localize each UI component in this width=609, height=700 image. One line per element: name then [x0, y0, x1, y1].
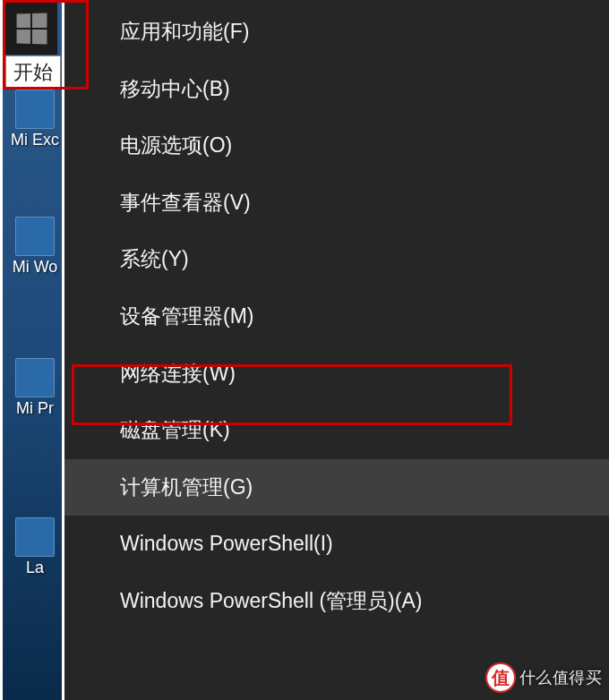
desktop-icon-thumb: [15, 217, 55, 256]
desktop-icon[interactable]: Mi Wo: [10, 217, 60, 277]
winx-context-menu: 应用和功能(F) 移动中心(B) 电源选项(O) 事件查看器(V) 系统(Y) …: [64, 0, 609, 700]
menu-item-label: Windows PowerShell (管理员)(A): [120, 589, 422, 612]
menu-item-label: 电源选项(O): [120, 133, 232, 157]
menu-item-power-options[interactable]: 电源选项(O): [64, 117, 609, 175]
menu-item-network-connections[interactable]: 网络连接(W): [64, 346, 609, 403]
menu-item-label: 设备管理器(M): [120, 304, 253, 328]
desktop-icon-label: Mi Wo: [13, 258, 58, 276]
desktop-background-strip: Mi Exc Mi Wo Mi Pr La: [0, 0, 64, 700]
start-tooltip: 开始: [5, 55, 61, 90]
menu-item-label: 移动中心(B): [120, 77, 230, 100]
menu-item-label: 计算机管理(G): [120, 475, 253, 499]
desktop-icon-label: Mi Pr: [16, 399, 54, 417]
menu-item-apps-features[interactable]: 应用和功能(F): [64, 4, 609, 61]
desktop-icon[interactable]: Mi Pr: [10, 358, 60, 418]
menu-item-label: 应用和功能(F): [120, 20, 249, 43]
menu-item-label: 事件查看器(V): [120, 191, 251, 214]
desktop-icon[interactable]: La: [10, 517, 60, 577]
menu-item-device-manager[interactable]: 设备管理器(M): [64, 288, 609, 346]
menu-item-label: Windows PowerShell(I): [120, 532, 333, 555]
windows-logo-icon: [17, 13, 47, 44]
menu-item-label: 系统(Y): [120, 247, 189, 270]
desktop-icon-label: Mi Exc: [11, 131, 59, 149]
desktop-icon[interactable]: Mi Exc: [10, 90, 60, 149]
menu-item-event-viewer[interactable]: 事件查看器(V): [64, 175, 609, 232]
watermark: 值 什么值得买: [485, 662, 603, 693]
desktop-icon-thumb: [15, 358, 55, 397]
desktop-icon-thumb: [15, 517, 55, 557]
menu-item-powershell[interactable]: Windows PowerShell(I): [64, 516, 609, 573]
menu-item-disk-management[interactable]: 磁盘管理(K): [64, 402, 609, 459]
menu-item-label: 网络连接(W): [120, 362, 236, 385]
watermark-badge-icon: 值: [485, 662, 516, 693]
menu-item-mobility-center[interactable]: 移动中心(B): [64, 61, 609, 118]
start-button[interactable]: [5, 3, 57, 55]
menu-item-label: 磁盘管理(K): [120, 418, 230, 441]
menu-item-system[interactable]: 系统(Y): [64, 231, 609, 288]
desktop-icon-label: La: [26, 559, 44, 576]
desktop-icon-thumb: [15, 90, 55, 129]
menu-item-powershell-admin[interactable]: Windows PowerShell (管理员)(A): [64, 573, 609, 630]
watermark-text: 什么值得买: [519, 667, 603, 688]
menu-item-computer-management[interactable]: 计算机管理(G): [64, 459, 609, 516]
